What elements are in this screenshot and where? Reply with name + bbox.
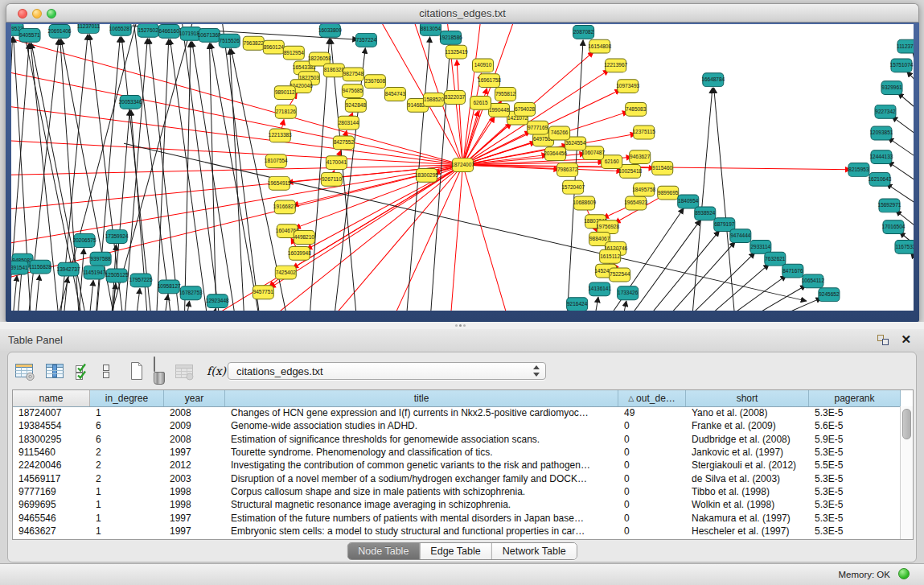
table-row[interactable]: 911546021997Tourette syndrome. Phenomeno… <box>13 446 901 459</box>
graph-node[interactable]: 6466160 <box>158 24 179 38</box>
graph-node[interactable]: 1588520 <box>423 93 444 107</box>
graph-node[interactable]: 16154808 <box>588 39 611 53</box>
scrollbar-thumb[interactable] <box>902 409 911 439</box>
network-table-selector[interactable]: citations_edges.txt <box>228 362 546 380</box>
tab-node-table[interactable]: Node Table <box>347 543 419 559</box>
close-panel-icon[interactable]: ✕ <box>901 332 911 347</box>
graph-node[interactable]: 19654923 <box>624 196 647 210</box>
graph-node[interactable]: 2087082 <box>573 25 594 39</box>
graph-node[interactable]: 9405571 <box>19 28 40 42</box>
graph-node[interactable]: 8186328 <box>323 64 344 77</box>
graph-node[interactable]: 9391541 <box>11 261 28 274</box>
graph-edge[interactable] <box>714 88 736 311</box>
graph-node[interactable]: 10958127 <box>158 280 181 294</box>
graph-node[interactable]: 18107554 <box>265 154 288 168</box>
graph-node[interactable]: 746266 <box>549 126 570 140</box>
graph-node[interactable]: 9216424 <box>567 298 588 311</box>
graph-node[interactable]: 2367608 <box>364 75 385 89</box>
graph-node[interactable]: 1527602 <box>138 24 158 37</box>
graph-node[interactable]: 10654112 <box>802 274 825 288</box>
table-row[interactable]: 1872400712008Changes of HCN gene express… <box>13 406 901 419</box>
graph-node[interactable]: 7485083 <box>626 102 647 116</box>
network-canvas[interactable]: 1872400798195229405571206914061123701110… <box>11 24 914 311</box>
column-header-short[interactable]: short <box>686 390 809 406</box>
create-column-button[interactable] <box>129 360 145 381</box>
graph-node[interactable]: 16033809 <box>318 24 342 37</box>
graph-node[interactable]: 12093851 <box>870 126 893 140</box>
column-header-title[interactable]: title <box>225 390 618 406</box>
graph-node[interactable]: 1167533 <box>895 240 914 253</box>
graph-node[interactable]: 140910 <box>473 59 494 72</box>
graph-node[interactable]: 16039948 <box>288 246 311 260</box>
show-columns-button[interactable] <box>44 361 65 381</box>
graph-node[interactable]: 9242848 <box>345 98 366 112</box>
graph-node[interactable]: 16648784 <box>701 73 725 87</box>
graph-node[interactable]: 9474444 <box>730 229 751 243</box>
column-header-in_degree[interactable]: in_degree <box>90 390 164 406</box>
graph-node[interactable]: 8813054 <box>420 24 441 35</box>
graph-node[interactable]: 9245652 <box>819 288 840 302</box>
graph-node[interactable]: 16782753 <box>179 286 203 300</box>
table-row[interactable]: 946554611997Estimation of the future num… <box>13 511 901 524</box>
column-header-pagerank[interactable]: pagerank <box>809 390 901 406</box>
graph-node[interactable]: 20364456 <box>544 147 567 161</box>
graph-edge[interactable] <box>913 53 914 84</box>
graph-node[interactable]: 1840954 <box>678 195 699 208</box>
graph-node[interactable]: 11451947 <box>83 266 106 279</box>
graph-node[interactable]: 18495758 <box>632 183 655 196</box>
tab-edge-table[interactable]: Edge Table <box>419 543 491 559</box>
graph-edge[interactable] <box>622 301 626 311</box>
graph-node[interactable]: 8960124 <box>263 40 284 54</box>
graph-edge[interactable] <box>593 297 598 311</box>
graph-node[interactable]: 7515526 <box>219 34 240 47</box>
graph-node[interactable]: 10688609 <box>573 196 596 210</box>
graph-node[interactable]: 20206575 <box>73 234 97 248</box>
graph-node[interactable]: 8912954 <box>283 46 304 60</box>
graph-node[interactable]: 10671368 <box>198 28 221 42</box>
graph-edge[interactable] <box>736 285 806 311</box>
graph-edge[interactable] <box>697 264 770 311</box>
float-window-icon[interactable] <box>877 335 889 345</box>
graph-edge[interactable] <box>11 139 463 165</box>
graph-edge[interactable] <box>185 301 189 311</box>
graph-edge[interactable] <box>88 280 93 311</box>
graph-node[interactable]: 17016504 <box>882 220 906 234</box>
graph-edge[interactable] <box>450 165 462 311</box>
window-titlebar[interactable]: citations_edges.txt <box>6 3 919 23</box>
graph-node[interactable]: 19756928 <box>596 220 619 234</box>
column-header-out_degree[interactable]: △out_de… <box>618 390 686 406</box>
graph-node[interactable]: 14136141 <box>588 282 611 296</box>
graph-node[interactable]: 7357224 <box>355 33 376 47</box>
graph-edge[interactable] <box>680 253 755 311</box>
graph-node[interactable]: 9115460 <box>652 162 673 175</box>
graph-node[interactable]: 4498210 <box>294 231 314 245</box>
graph-node[interactable]: 12923448 <box>206 295 229 308</box>
graph-edge[interactable] <box>892 117 914 150</box>
graph-node[interactable]: 10973493 <box>616 80 639 93</box>
graph-node[interactable]: 11123720 <box>897 39 914 53</box>
split-pane-divider[interactable] <box>0 322 924 329</box>
table-row[interactable]: 2242004622012Investigating the contribut… <box>13 459 901 472</box>
graph-node[interactable]: 7955812 <box>495 88 516 101</box>
table-row[interactable]: 946362711997Embryonic stem cells: a mode… <box>13 525 901 538</box>
graph-node[interactable]: 1990448 <box>489 103 510 117</box>
unselect-all-button[interactable] <box>101 361 112 381</box>
graph-node[interactable]: 9827548 <box>343 68 363 81</box>
graph-node[interactable]: 17359924 <box>105 230 129 244</box>
graph-node[interactable]: 20691406 <box>48 24 72 38</box>
delete-table-button[interactable] <box>174 361 195 381</box>
table-row[interactable]: 977716911998Corpus callosum shape and si… <box>13 485 901 498</box>
vertical-scrollbar[interactable] <box>900 406 913 539</box>
graph-edge[interactable] <box>325 165 462 311</box>
graph-node[interactable]: 17957225 <box>129 274 153 287</box>
graph-node[interactable]: 9475685 <box>342 84 363 98</box>
column-header-year[interactable]: year <box>164 390 225 406</box>
graph-node[interactable]: 8322037 <box>444 91 465 105</box>
graph-node[interactable]: 15751074 <box>890 59 914 72</box>
graph-edge[interactable] <box>12 275 17 311</box>
graph-node[interactable]: 9397588 <box>90 252 111 266</box>
graph-node[interactable]: 8454743 <box>384 88 405 101</box>
graph-edge[interactable] <box>211 43 261 311</box>
graph-node[interactable]: 62160 <box>602 155 622 169</box>
graph-node[interactable]: 18300295 <box>415 168 438 182</box>
